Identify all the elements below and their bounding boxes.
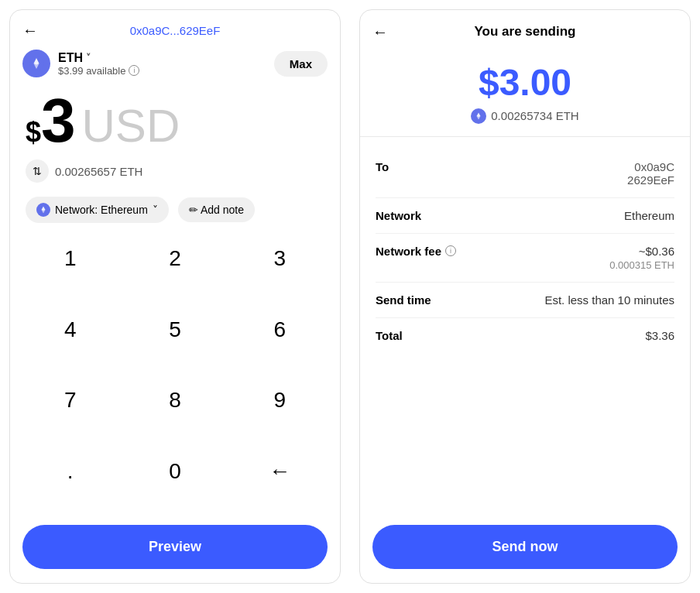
right-header: ← You are sending [360, 10, 690, 47]
swap-currency-button[interactable]: ⇅ [26, 159, 49, 183]
to-address-block: 0x0a9C 2629EeF [627, 160, 674, 187]
eth-equiv-text: 0.00265657 ETH [55, 165, 142, 178]
numpad-4[interactable]: 4 [18, 305, 122, 355]
to-address-line1: 0x0a9C [627, 160, 674, 173]
numpad-9[interactable]: 9 [228, 375, 332, 425]
sending-eth-amount: 0.00265734 ETH [376, 108, 674, 124]
numpad-0[interactable]: 0 [122, 447, 227, 496]
fee-row: Network fee i ~$0.36 0.000315 ETH [376, 234, 674, 283]
dollar-sign: $ [26, 116, 41, 149]
transaction-details: To 0x0a9C 2629EeF Network Ethereum Netwo… [360, 137, 690, 517]
send-time-value: Est. less than 10 minutes [544, 293, 674, 307]
total-label: Total [376, 329, 403, 342]
send-time-label: Send time [376, 293, 431, 307]
numpad-1[interactable]: 1 [18, 234, 122, 283]
network-row: Network: Ethereum ˅ ✏ Add note [10, 190, 340, 234]
left-header: ← 0x0a9C...629EeF [10, 10, 340, 43]
token-balance: $3.99 available i [58, 65, 139, 77]
numpad-3[interactable]: 3 [228, 234, 332, 283]
send-now-button[interactable]: Send now [372, 525, 678, 569]
network-detail-row: Network Ethereum [376, 198, 674, 234]
numpad-7[interactable]: 7 [18, 375, 122, 425]
token-info: ETH ˅ $3.99 available i [22, 50, 139, 77]
to-row: To 0x0a9C 2629EeF [376, 149, 674, 198]
numpad-6[interactable]: 6 [228, 305, 332, 355]
network-label: Network: Ethereum [55, 204, 148, 216]
right-panel-title: You are sending [475, 24, 576, 39]
total-value: $3.36 [645, 329, 674, 342]
send-panel-left: ← 0x0a9C...629EeF ETH ˅ [9, 9, 341, 584]
numpad-dot[interactable]: . [18, 447, 122, 496]
fee-info-icon[interactable]: i [445, 245, 456, 256]
eth-equivalent-row: ⇅ 0.00265657 ETH [10, 155, 340, 190]
fee-eth-value: 0.000315 ETH [609, 259, 674, 271]
numpad-8[interactable]: 8 [122, 375, 227, 425]
max-button[interactable]: Max [274, 51, 328, 77]
fee-usd-value: ~$0.36 [609, 245, 674, 258]
back-button-right[interactable]: ← [372, 23, 388, 41]
sending-amount-section: $3.00 0.00265734 ETH [360, 47, 690, 137]
network-selector-button[interactable]: Network: Ethereum ˅ [26, 197, 169, 223]
add-note-button[interactable]: ✏ Add note [178, 197, 255, 222]
network-detail-label: Network [376, 209, 421, 222]
numpad-5[interactable]: 5 [122, 305, 227, 355]
token-chevron-icon: ˅ [86, 53, 91, 63]
recipient-address[interactable]: 0x0a9C...629EeF [130, 24, 221, 37]
amount-number: 3 [41, 90, 76, 152]
eth-small-icon [471, 108, 486, 124]
numpad-backspace-icon[interactable]: ← [228, 447, 332, 496]
sending-usd-amount: $3.00 [376, 63, 674, 104]
token-text: ETH ˅ $3.99 available i [58, 51, 139, 77]
network-chevron-icon: ˅ [153, 204, 158, 216]
token-selector-row: ETH ˅ $3.99 available i Max [10, 43, 340, 81]
send-time-row: Send time Est. less than 10 minutes [376, 283, 674, 318]
balance-info-icon[interactable]: i [129, 65, 139, 76]
fee-label: Network fee [376, 245, 441, 258]
network-detail-value: Ethereum [624, 209, 674, 222]
amount-currency: USD [82, 103, 180, 149]
fee-label-row: Network fee i [376, 245, 456, 258]
send-panel-right: ← You are sending $3.00 0.00265734 ETH [359, 9, 691, 584]
to-label: To [376, 160, 389, 173]
numpad: 1 2 3 4 5 6 7 8 9 . 0 ← [10, 234, 340, 517]
amount-display: $ 3 USD [10, 81, 340, 155]
to-address-line2: 2629EeF [627, 173, 674, 187]
fee-value-block: ~$0.36 0.000315 ETH [609, 245, 674, 271]
network-eth-icon [36, 203, 50, 217]
token-name[interactable]: ETH ˅ [58, 51, 139, 65]
preview-button[interactable]: Preview [22, 525, 328, 569]
numpad-2[interactable]: 2 [122, 234, 227, 283]
back-button-left[interactable]: ← [22, 22, 38, 39]
eth-token-icon [22, 50, 50, 77]
total-row: Total $3.36 [376, 318, 674, 353]
